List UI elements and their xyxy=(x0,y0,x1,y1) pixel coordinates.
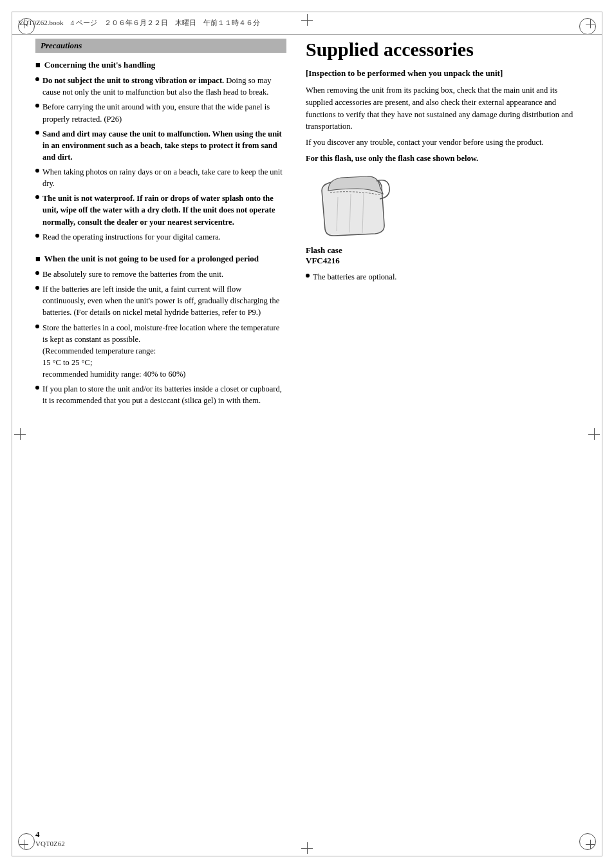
bullet-text: Read the operating instructions for your… xyxy=(42,231,221,243)
bullet-dot xyxy=(35,131,39,135)
bullet-dot xyxy=(306,274,310,278)
corner-cross-br xyxy=(586,840,595,849)
bullet-dot xyxy=(35,271,39,275)
header-text: VQT0Z62.book 4 ページ ２０６年６月２２日 木曜日 午前１１時４６… xyxy=(18,18,260,28)
bullet-text: The batteries are optional. xyxy=(313,271,397,283)
bullet-text: When taking photos on rainy days or on a… xyxy=(42,166,286,189)
flash-case-illustration xyxy=(306,171,579,241)
bullets-section2: Be absolutely sure to remove the batteri… xyxy=(35,269,286,406)
header-bar: VQT0Z62.book 4 ページ ２０６年６月２２日 木曜日 午前１１時４６… xyxy=(12,12,602,35)
list-item: Sand and dirt may cause the unit to malf… xyxy=(35,128,286,163)
section2-bullet-icon: ■ xyxy=(35,254,41,264)
list-item: Read the operating instructions for your… xyxy=(35,231,286,243)
bullet-dot xyxy=(35,386,39,390)
bullet-text: The unit is not waterproof. If rain or d… xyxy=(42,193,286,227)
inspection-heading: [Inspection to be performed when you unp… xyxy=(306,68,579,79)
list-item: Be absolutely sure to remove the batteri… xyxy=(35,269,286,280)
section1-bullet-icon: ■ xyxy=(35,60,41,70)
page-footer: 4 VQT0Z62 xyxy=(35,829,65,847)
paragraph3-bold: For this flash, use only the flash case … xyxy=(306,154,478,163)
bold-text: The unit is not waterproof. If rain or d… xyxy=(42,194,275,226)
corner-cross-bl xyxy=(19,840,28,849)
list-item: The unit is not waterproof. If rain or d… xyxy=(35,193,286,227)
page-number: 4 xyxy=(35,829,65,840)
bullet-dot xyxy=(35,286,39,290)
list-item: Store the batteries in a cool, moisture-… xyxy=(35,322,286,381)
bullet-text: If you plan to store the unit and/or its… xyxy=(42,383,286,406)
flash-case-label: Flash case xyxy=(306,245,579,256)
center-cross-left xyxy=(14,428,26,440)
bullet-text: If the batteries are left inside the uni… xyxy=(42,283,286,318)
paragraph1: When removing the unit from its packing … xyxy=(306,84,579,133)
section1-heading-block: ■ Concerning the unit's handling xyxy=(35,59,286,71)
precautions-header: Precautions xyxy=(35,39,286,53)
bullet-dot xyxy=(35,77,39,81)
bullet-text: Sand and dirt may cause the unit to malf… xyxy=(42,128,286,163)
center-cross-right xyxy=(588,428,600,440)
bullet-text: Before carrying the unit around with you… xyxy=(42,101,286,124)
bullet-dot xyxy=(35,169,39,173)
bullet-dot xyxy=(35,325,39,328)
section1-heading-text: Concerning the unit's handling xyxy=(44,59,155,71)
bullet-dot xyxy=(35,104,39,108)
bullets-section1: Do not subject the unit to strong vibrat… xyxy=(35,75,286,243)
bullet-dot xyxy=(35,234,39,238)
list-item: If the batteries are left inside the uni… xyxy=(35,283,286,318)
list-item: If you plan to store the unit and/or its… xyxy=(35,383,286,406)
center-cross-bottom xyxy=(301,842,313,854)
left-column: Precautions ■ Concerning the unit's hand… xyxy=(35,39,286,829)
bullet-dot xyxy=(35,195,39,199)
bullet-text: Be absolutely sure to remove the batteri… xyxy=(42,269,223,280)
bold-text: Sand and dirt may cause the unit to malf… xyxy=(42,129,282,162)
list-item: When taking photos on rainy days or on a… xyxy=(35,166,286,189)
content-area: Precautions ■ Concerning the unit's hand… xyxy=(35,39,579,829)
supplied-title: Supplied accessories xyxy=(306,39,579,60)
paragraph3: For this flash, use only the flash case … xyxy=(306,153,579,165)
inspection-heading-text: [Inspection to be performed when you unp… xyxy=(306,68,503,78)
section2-heading-block: ■ When the unit is not going to be used … xyxy=(35,253,286,265)
bullet-text: Store the batteries in a cool, moisture-… xyxy=(42,322,286,381)
right-column: Supplied accessories [Inspection to be p… xyxy=(306,39,579,829)
list-item: The batteries are optional. xyxy=(306,271,579,283)
flash-case-model: VFC4216 xyxy=(306,256,579,266)
list-item: Before carrying the unit around with you… xyxy=(35,101,286,124)
footer-model: VQT0Z62 xyxy=(35,840,65,847)
paragraph2: If you discover any trouble, contact you… xyxy=(306,137,579,149)
right-text-block: When removing the unit from its packing … xyxy=(306,84,579,165)
section2-heading-text: When the unit is not going to be used fo… xyxy=(44,253,259,265)
bold-text: Do not subject the unit to strong vibrat… xyxy=(42,76,224,85)
bullet-text: Do not subject the unit to strong vibrat… xyxy=(42,75,286,98)
flash-case-bullets: The batteries are optional. xyxy=(306,271,579,283)
flash-case-svg xyxy=(306,171,396,239)
list-item: Do not subject the unit to strong vibrat… xyxy=(35,75,286,98)
precautions-title: Precautions xyxy=(41,41,82,50)
